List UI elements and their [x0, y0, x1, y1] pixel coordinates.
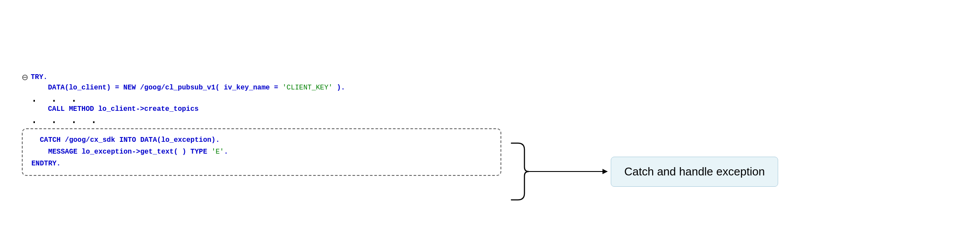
client-key-string: 'CLIENT_KEY' [282, 84, 333, 92]
code-block: ⊖ TRY. DATA(lo_client) = NEW /goog/cl_pu… [22, 71, 501, 176]
dots-2: . . . . [31, 113, 100, 127]
catch-line: CATCH /goog/cx_sdk INTO DATA(lo_exceptio… [31, 134, 492, 146]
data-line: DATA(lo_client) = NEW /goog/cl_pubsub_v1… [22, 84, 501, 92]
annotation-label-box: Catch and handle exception [611, 157, 778, 187]
arrow-connector [529, 171, 607, 172]
type-e-string: 'E' [211, 146, 224, 158]
catch-keyword: CATCH /goog/cx_sdk INTO DATA(lo_exceptio… [31, 134, 220, 146]
dots-line-2: . . . . [22, 113, 501, 127]
data-line-end: ). [333, 84, 345, 92]
dots-1: . . . [31, 92, 80, 105]
arrow-head [602, 169, 608, 174]
data-keyword: DATA(lo_client) = NEW /goog/cl_pubsub_v1… [48, 84, 282, 92]
call-line: CALL METHOD lo_client->create_topics [22, 105, 501, 113]
collapse-icon[interactable]: ⊖ [22, 71, 28, 84]
message-keyword: MESSAGE lo_exception->get_text( ) TYPE [31, 146, 211, 158]
message-line: MESSAGE lo_exception->get_text( ) TYPE '… [31, 146, 492, 158]
call-keyword: CALL METHOD lo_client->create_topics [48, 105, 199, 113]
brace-icon [509, 141, 529, 202]
type-end: . [224, 146, 228, 158]
catch-block-box: CATCH /goog/cx_sdk INTO DATA(lo_exceptio… [22, 128, 501, 176]
arrow-shaft [529, 171, 607, 172]
dots-line-1: . . . [22, 92, 501, 105]
endtry-line: ENDTRY. [31, 158, 492, 170]
try-keyword: TRY. [31, 73, 47, 81]
endtry-keyword: ENDTRY. [31, 158, 61, 170]
main-container: ⊖ TRY. DATA(lo_client) = NEW /goog/cl_pu… [0, 32, 980, 215]
annotation-area: Catch and handle exception [509, 141, 778, 202]
annotation-label-text: Catch and handle exception [624, 165, 765, 178]
try-line: ⊖ TRY. [22, 71, 501, 84]
